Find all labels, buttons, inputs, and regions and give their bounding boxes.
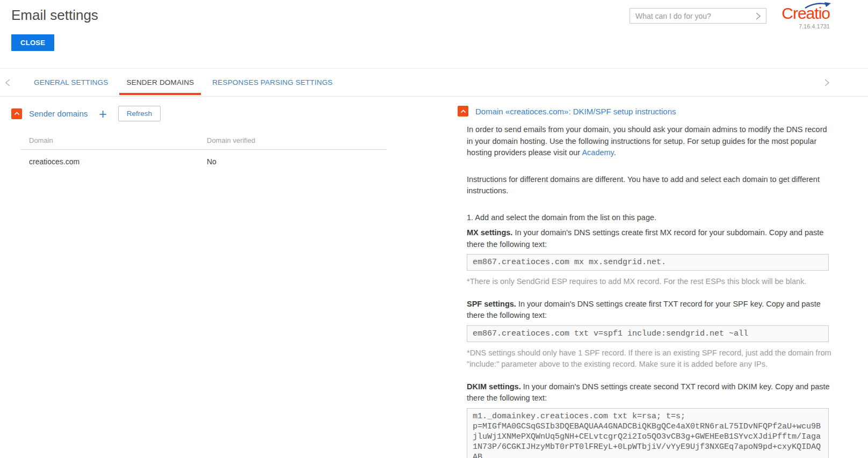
spf-note: *DNS settings should only have 1 SPF rec… — [467, 347, 831, 370]
tab-bar: GENERAL SETTINGS SENDER DOMAINS RESPONSE… — [0, 69, 868, 97]
sender-domains-panel: Sender domains + Refresh Domain Domain v… — [11, 106, 409, 169]
creatio-logo: Creatio 7.16.4.1731 — [776, 4, 830, 30]
mx-note: *There is only SendGrid ESP requires to … — [467, 276, 831, 288]
column-header-domain-verified[interactable]: Domain verified — [207, 136, 255, 144]
creatio-logo-text: Creatio — [776, 4, 830, 23]
tabs: GENERAL SETTINGS SENDER DOMAINS RESPONSE… — [25, 69, 342, 96]
academy-link[interactable]: Academy — [582, 148, 613, 157]
tab-sender-domains[interactable]: SENDER DOMAINS — [117, 69, 203, 96]
domains-table: Domain Domain verified creatioces.com No — [20, 136, 387, 169]
instructions-title[interactable]: Domain «creatioces.com»: DKIM/SPF setup … — [475, 107, 676, 116]
add-domain-button[interactable]: + — [99, 108, 107, 119]
cell-domain: creatioces.com — [29, 157, 207, 166]
email-settings-page: Email settings CLOSE Creatio 7.16.4.1731 — [0, 0, 868, 458]
column-header-domain[interactable]: Domain — [29, 136, 207, 144]
dkim-settings-paragraph: DKIM settings. In your domain's DNS sett… — [467, 381, 831, 404]
version-label: 7.16.4.1731 — [776, 23, 830, 30]
spf-settings-paragraph: SPF settings. In your domain's DNS setti… — [467, 299, 831, 322]
page-title: Email settings — [11, 7, 98, 24]
spf-record-code: em867.creatioces.com txt v=spf1 include:… — [467, 325, 829, 342]
search-submit-icon[interactable] — [750, 9, 766, 23]
collapse-sender-domains-button[interactable] — [11, 108, 22, 119]
different-domains-paragraph: Instructions for different domains are d… — [467, 174, 831, 197]
page-header: Email settings CLOSE Creatio 7.16.4.1731 — [0, 0, 868, 69]
mx-settings-paragraph: MX settings. In your domain's DNS settin… — [467, 227, 831, 250]
collapse-instructions-button[interactable] — [458, 106, 468, 117]
instructions-header: Domain «creatioces.com»: DKIM/SPF setup … — [458, 106, 834, 117]
tabs-scroll-left-icon[interactable] — [0, 78, 16, 87]
tab-responses-parsing-settings[interactable]: RESPONSES PARSING SETTINGS — [203, 69, 342, 96]
table-row[interactable]: creatioces.com No — [20, 150, 387, 169]
search-input[interactable] — [630, 12, 750, 20]
sender-domains-title[interactable]: Sender domains — [29, 109, 88, 118]
step1-paragraph: 1. Add and select the domain from the li… — [467, 212, 831, 224]
cell-domain-verified: No — [207, 157, 216, 166]
dkim-record-code: m1._domainkey.creatioces.com txt k=rsa; … — [467, 408, 829, 458]
tabs-scroll-right-icon[interactable] — [819, 78, 835, 87]
instructions-body: In order to send emails from your domain… — [467, 124, 831, 458]
dkim-spf-instructions-panel: Domain «creatioces.com»: DKIM/SPF setup … — [458, 106, 834, 458]
command-line-search — [630, 8, 766, 24]
logo-swoosh-icon — [804, 1, 831, 10]
close-button[interactable]: CLOSE — [11, 34, 54, 51]
refresh-button[interactable]: Refresh — [118, 106, 161, 121]
domains-table-header: Domain Domain verified — [20, 136, 387, 150]
tab-general-settings[interactable]: GENERAL SETTINGS — [25, 69, 117, 96]
intro-paragraph: In order to send emails from your domain… — [467, 124, 831, 159]
mx-record-code: em867.creatioces.com mx mx.sendgrid.net. — [467, 254, 829, 271]
sender-domains-header: Sender domains + Refresh — [11, 106, 409, 121]
